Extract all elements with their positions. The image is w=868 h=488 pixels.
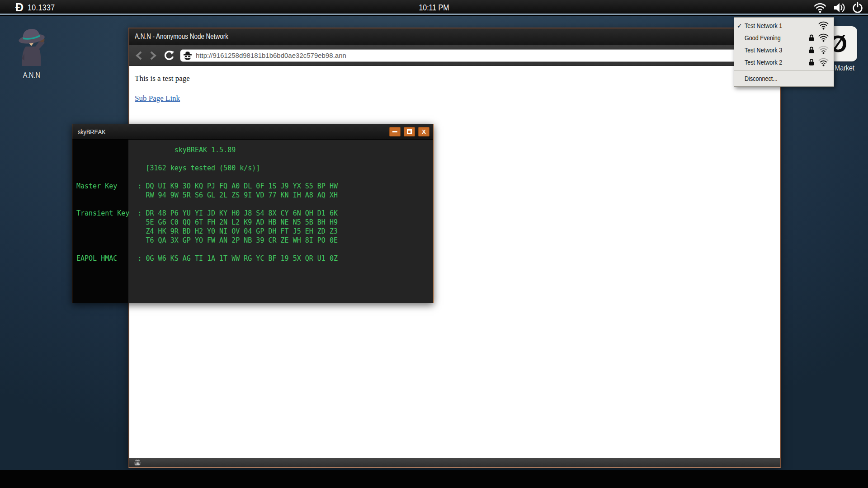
desktop: A.N.N Ø y Market A.N.N - Anonymous Node …	[0, 16, 868, 470]
back-button[interactable]	[134, 50, 145, 61]
desktop-icon-ann[interactable]: A.N.N	[9, 25, 54, 80]
lock-icon	[807, 58, 815, 66]
page-heading: This is a test page	[135, 74, 774, 83]
lock-icon	[807, 46, 815, 54]
power-icon[interactable]	[852, 2, 863, 14]
wifi-signal-icon	[817, 21, 830, 30]
wifi-signal-icon	[817, 45, 830, 55]
wifi-network-item[interactable]: Good Evening	[734, 32, 834, 44]
wifi-status-icon[interactable]	[813, 2, 827, 14]
lock-icon	[807, 34, 815, 42]
skybreak-window: skyBREAK X skyBREAK 1.5.89 [3162 keys te…	[72, 124, 434, 303]
top-system-bar: Ð 10.1337 10:11 PM	[0, 0, 868, 15]
wifi-network-label: Test Network 3	[745, 46, 782, 54]
wifi-network-item[interactable]: ✓ Test Network 1	[734, 19, 834, 32]
url-input[interactable]	[196, 52, 770, 59]
wifi-network-item[interactable]: Test Network 2	[734, 56, 834, 68]
clock: 10:11 PM	[416, 0, 452, 15]
wifi-network-label: Good Evening	[745, 34, 781, 42]
close-icon: X	[422, 129, 426, 135]
address-bar[interactable]	[180, 49, 774, 62]
browser-title: A.N.N - Anonymous Node Network	[135, 33, 228, 41]
wifi-menu-disconnect[interactable]: Disconnect...	[734, 72, 834, 84]
reload-button[interactable]	[164, 50, 175, 61]
skybreak-title: skyBREAK	[78, 128, 340, 136]
volume-icon[interactable]	[833, 2, 846, 14]
wifi-menu-separator	[734, 70, 834, 70]
browser-titlebar[interactable]: A.N.N - Anonymous Node Network	[129, 28, 780, 45]
minimize-icon	[392, 131, 397, 132]
taskbar	[0, 470, 868, 488]
wifi-signal-icon	[817, 57, 830, 67]
desktop-icon-ann-label: A.N.N	[23, 71, 40, 80]
wifi-network-label: Test Network 1	[745, 22, 782, 29]
forward-button[interactable]	[147, 50, 158, 61]
crypto-coin-icon: Ð	[15, 0, 24, 15]
browser-statusbar	[129, 458, 780, 467]
minimize-button[interactable]	[389, 127, 401, 136]
terminal-output: skyBREAK 1.5.89 [3162 keys tested (500 k…	[76, 145, 338, 263]
globe-icon	[134, 459, 141, 466]
check-icon: ✓	[737, 22, 745, 29]
sub-page-link[interactable]: Sub Page Link	[135, 94, 180, 103]
maximize-icon	[407, 129, 412, 134]
wifi-menu: ✓ Test Network 1 Good Evening	[734, 17, 834, 87]
wifi-network-item[interactable]: Test Network 3	[734, 44, 834, 56]
close-button[interactable]: X	[418, 127, 429, 136]
crypto-balance-value: 10.1337	[28, 3, 55, 13]
spy-favicon	[183, 51, 193, 61]
disconnect-label: Disconnect...	[745, 75, 819, 82]
skybreak-titlebar[interactable]: skyBREAK X	[72, 124, 433, 140]
browser-toolbar	[129, 45, 780, 66]
wifi-network-label: Test Network 2	[745, 58, 782, 66]
wifi-signal-icon	[817, 33, 830, 42]
maximize-button[interactable]	[404, 127, 415, 136]
skybreak-terminal: skyBREAK 1.5.89 [3162 keys tested (500 k…	[72, 140, 433, 303]
spy-character-icon	[11, 25, 52, 67]
crypto-balance: Ð 10.1337	[15, 0, 60, 15]
